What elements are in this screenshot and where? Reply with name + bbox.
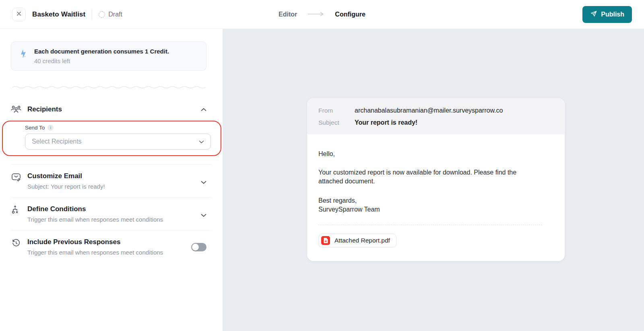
page-title: Basketo Waitlist bbox=[32, 10, 85, 19]
settings-sidebar: Each document generation consumes 1 Cred… bbox=[0, 29, 223, 331]
lightning-icon bbox=[18, 48, 29, 59]
subject-value: Your report is ready! bbox=[355, 119, 553, 126]
define-conditions-title: Define Conditions bbox=[27, 205, 163, 213]
email-body: Hello, Your customized report is now ava… bbox=[307, 134, 565, 261]
include-previous-title: Include Previous Responses bbox=[27, 238, 163, 246]
wavy-divider bbox=[12, 85, 206, 89]
publish-label: Publish bbox=[601, 11, 624, 18]
customize-email-section[interactable]: Customize Email Subject: Your report is … bbox=[11, 164, 206, 197]
define-conditions-section[interactable]: Define Conditions Trigger this email whe… bbox=[11, 197, 206, 230]
toggle-knob bbox=[192, 244, 199, 251]
email-signoff-1: Best regards, bbox=[318, 196, 553, 205]
email-signoff-2: SurveySparrow Team bbox=[318, 205, 553, 214]
publish-plane-icon bbox=[590, 10, 597, 19]
attachment-divider bbox=[318, 225, 542, 225]
credit-notice: Each document generation consumes 1 Cred… bbox=[11, 41, 206, 71]
include-previous-toggle[interactable] bbox=[191, 243, 206, 251]
group-icon bbox=[11, 105, 21, 114]
from-value: archanabalasubramanian@mailer.surveyspar… bbox=[355, 107, 553, 114]
include-previous-subtitle: Trigger this email when responses meet c… bbox=[27, 249, 163, 256]
arrow-right-icon bbox=[308, 11, 324, 18]
breadcrumb: Editor Configure bbox=[279, 0, 365, 29]
recipients-dropdown[interactable]: Select Recipients bbox=[25, 134, 211, 150]
customize-email-subtitle: Subject: Your report is ready! bbox=[27, 183, 105, 190]
send-to-label: Send To bbox=[25, 125, 45, 131]
status-label: Draft bbox=[108, 11, 122, 18]
divider bbox=[92, 9, 92, 20]
email-greeting: Hello, bbox=[318, 150, 553, 158]
pdf-file-icon bbox=[321, 236, 330, 245]
credit-notice-title: Each document generation consumes 1 Cred… bbox=[34, 48, 169, 55]
email-header: From archanabalasubramanian@mailer.surve… bbox=[307, 98, 565, 134]
publish-button[interactable]: Publish bbox=[582, 6, 632, 23]
preview-canvas: From archanabalasubramanian@mailer.surve… bbox=[223, 29, 644, 331]
close-icon bbox=[17, 11, 21, 17]
chevron-down-icon[interactable] bbox=[201, 214, 206, 217]
info-icon[interactable]: i bbox=[47, 125, 54, 131]
include-previous-responses-section: Include Previous Responses Trigger this … bbox=[11, 230, 206, 263]
history-icon bbox=[11, 238, 21, 248]
subject-label: Subject bbox=[318, 119, 355, 126]
close-button[interactable] bbox=[12, 8, 26, 21]
top-bar: Basketo Waitlist Draft Editor Configure … bbox=[0, 0, 644, 29]
from-label: From bbox=[318, 107, 355, 114]
tab-configure[interactable]: Configure bbox=[335, 11, 365, 18]
recipients-title: Recipients bbox=[27, 105, 62, 113]
envelope-pencil-icon bbox=[11, 172, 21, 182]
customize-email-title: Customize Email bbox=[27, 172, 105, 180]
chevron-down-icon[interactable] bbox=[201, 181, 206, 184]
chevron-down-icon bbox=[199, 138, 204, 145]
attachment-name: Attached Report.pdf bbox=[334, 237, 390, 244]
attachment-chip[interactable]: Attached Report.pdf bbox=[318, 234, 396, 247]
branch-conditions-icon bbox=[11, 205, 21, 215]
define-conditions-subtitle: Trigger this email when responses meet c… bbox=[27, 216, 163, 223]
recipients-dropdown-placeholder: Select Recipients bbox=[32, 138, 82, 145]
email-body-text: Your customized report is now available … bbox=[318, 168, 522, 186]
recipients-section-header[interactable]: Recipients bbox=[11, 105, 206, 114]
status-badge: Draft bbox=[99, 11, 122, 18]
send-to-highlight-annotation: Send To i Select Recipients bbox=[2, 121, 221, 156]
tab-editor[interactable]: Editor bbox=[279, 11, 297, 18]
chevron-up-icon[interactable] bbox=[201, 108, 206, 111]
email-preview-card: From archanabalasubramanian@mailer.surve… bbox=[307, 98, 565, 261]
credit-notice-subtitle: 40 credits left bbox=[34, 58, 169, 64]
draft-status-icon bbox=[99, 11, 105, 18]
